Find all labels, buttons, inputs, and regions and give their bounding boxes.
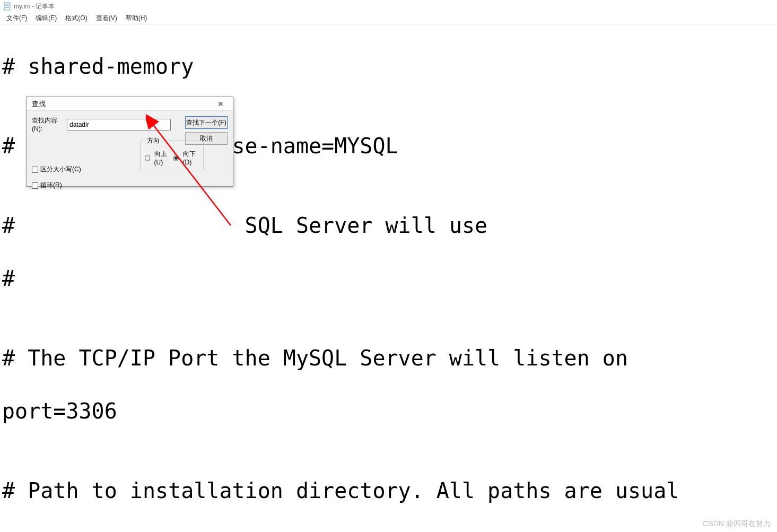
text: # (2, 213, 28, 238)
checkbox-loop-label: 循环(R) (40, 181, 62, 190)
menu-help[interactable]: 帮助(H) (121, 13, 152, 24)
radio-up-label: 向上(U) (154, 150, 171, 166)
menubar: 文件(F) 编辑(E) 格式(O) 查看(V) 帮助(H) (0, 13, 777, 24)
checkbox-case[interactable] (32, 167, 38, 173)
editor-line: port=3306 (2, 398, 775, 424)
editor-line: # The TCP/IP Port the MySQL Server will … (2, 345, 775, 371)
menu-view[interactable]: 查看(V) (92, 13, 121, 24)
button-label: 查找下一个(F) (186, 118, 226, 127)
find-dialog-body: 查找内容(N): 查找下一个(F) 取消 方向 向上(U) 向下(D) 区分大小… (27, 111, 233, 186)
direction-group: 方向 向上(U) 向下(D) (140, 141, 204, 170)
direction-legend: 方向 (145, 136, 162, 145)
radio-up[interactable] (145, 155, 150, 161)
menu-file[interactable]: 文件(F) (2, 13, 31, 24)
notepad-icon (3, 2, 12, 11)
editor-line: # shared-memory (2, 53, 775, 80)
checkbox-loop[interactable] (32, 182, 38, 189)
radio-down-label: 向下(D) (183, 150, 199, 166)
svg-rect-0 (4, 3, 10, 10)
radio-down[interactable] (173, 155, 179, 161)
find-dialog-titlebar[interactable]: 查找 ✕ (27, 97, 233, 111)
editor-line: # Path to installation directory. All pa… (2, 477, 775, 504)
checkbox-case-label: 区分大小写(C) (40, 165, 81, 174)
menu-edit[interactable]: 编辑(E) (31, 13, 61, 24)
find-next-button[interactable]: 查找下一个(F) (185, 116, 228, 129)
close-button[interactable]: ✕ (212, 99, 230, 109)
editor-line: # XXXXXXXXXXXXXXXXXSQL Server will use (2, 212, 775, 239)
titlebar: my.ini - 记事本 (0, 0, 777, 13)
find-dialog-title: 查找 (32, 99, 46, 109)
find-content-label: 查找内容(N): (32, 116, 67, 133)
editor-line: # (2, 265, 775, 292)
menu-format[interactable]: 格式(O) (61, 13, 91, 24)
find-input[interactable] (67, 119, 171, 130)
window-title: my.ini - 记事本 (14, 2, 55, 11)
text: SQL Server will use (245, 213, 488, 238)
close-icon: ✕ (217, 100, 224, 108)
find-dialog: 查找 ✕ 查找内容(N): 查找下一个(F) 取消 方向 向上(U) 向下(D) (26, 97, 233, 187)
watermark: CSDN @四哥在努力 (703, 519, 771, 529)
